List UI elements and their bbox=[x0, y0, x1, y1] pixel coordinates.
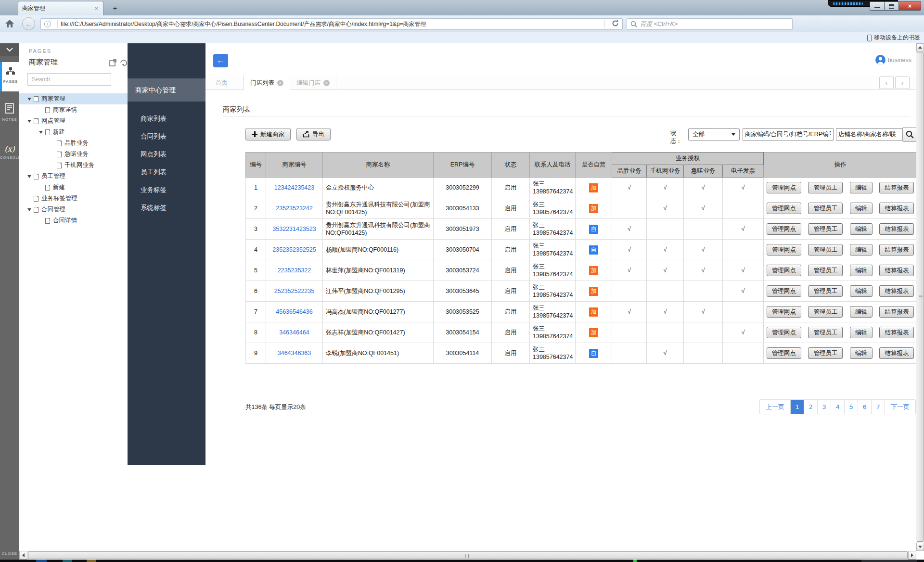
horizontal-scrollbar[interactable] bbox=[19, 551, 916, 560]
tab-close-icon[interactable]: × bbox=[93, 5, 99, 12]
rail-item-notes[interactable]: NOTES bbox=[0, 100, 19, 122]
rail-close-button[interactable]: CLOSE bbox=[0, 551, 19, 556]
tree-item[interactable]: 新建 bbox=[19, 127, 128, 138]
merchant-code-input[interactable] bbox=[743, 128, 834, 140]
page-button[interactable]: 3 bbox=[817, 400, 831, 414]
scroll-up-icon[interactable] bbox=[916, 43, 924, 51]
settlement-report-button[interactable]: 结算报表 bbox=[879, 182, 914, 193]
manage-branches-button[interactable]: 管理网点 bbox=[767, 223, 801, 235]
manage-branches-button[interactable]: 管理网点 bbox=[767, 327, 801, 338]
settlement-report-button[interactable]: 结算报表 bbox=[879, 244, 914, 255]
settlement-report-button[interactable]: 结算报表 bbox=[879, 306, 914, 318]
vertical-scroll-thumb[interactable] bbox=[917, 52, 924, 542]
cell-merchant-code[interactable]: 45636546436 bbox=[266, 302, 323, 322]
scroll-down-icon[interactable] bbox=[916, 543, 924, 551]
cell-merchant-code[interactable]: 2235235322 bbox=[266, 260, 323, 281]
cell-merchant-code[interactable]: 3532231423523 bbox=[266, 219, 323, 240]
new-tab-button[interactable]: + bbox=[109, 4, 121, 13]
manage-staff-button[interactable]: 管理员工 bbox=[808, 265, 843, 276]
manage-branches-button[interactable]: 管理网点 bbox=[767, 265, 801, 276]
content-tab[interactable]: 门店列表 × bbox=[244, 76, 290, 90]
edit-button[interactable]: 编辑 bbox=[850, 244, 873, 255]
shop-name-input[interactable] bbox=[836, 128, 910, 140]
bookmark-mobile[interactable]: 移动设备上的书签 bbox=[867, 34, 920, 42]
manage-staff-button[interactable]: 管理员工 bbox=[808, 306, 843, 318]
tab-close-icon[interactable]: × bbox=[277, 80, 283, 86]
tab-scroll-right-icon[interactable]: › bbox=[895, 77, 910, 89]
edit-button[interactable]: 编辑 bbox=[850, 306, 873, 318]
tree-item[interactable]: 品胜业务 bbox=[19, 138, 128, 149]
page-button[interactable]: 4 bbox=[831, 400, 844, 414]
page-follow-icon[interactable] bbox=[120, 59, 127, 68]
sidebar-menu-item[interactable]: 员工列表 bbox=[128, 163, 205, 181]
export-button[interactable]: 导出 bbox=[296, 128, 331, 140]
manage-staff-button[interactable]: 管理员工 bbox=[808, 347, 843, 359]
pages-search-input[interactable] bbox=[27, 73, 111, 86]
tree-item[interactable]: 商家详情 bbox=[19, 104, 128, 115]
settlement-report-button[interactable]: 结算报表 bbox=[879, 203, 914, 214]
page-button[interactable]: 2 bbox=[804, 400, 817, 414]
vertical-scrollbar[interactable] bbox=[916, 43, 924, 551]
manage-branches-button[interactable]: 管理网点 bbox=[767, 347, 801, 359]
settlement-report-button[interactable]: 结算报表 bbox=[879, 347, 914, 359]
cell-merchant-code[interactable]: 3464346363 bbox=[266, 343, 323, 364]
sidebar-menu-item[interactable]: 业务标签 bbox=[128, 181, 205, 199]
manage-staff-button[interactable]: 管理员工 bbox=[808, 327, 843, 338]
filter-search-button[interactable] bbox=[902, 127, 916, 142]
rail-item-console[interactable]: (x) CONSOLE bbox=[0, 144, 19, 160]
browser-tab[interactable]: 商家管理 × bbox=[18, 1, 103, 15]
cell-merchant-code[interactable]: 346346464 bbox=[266, 322, 323, 343]
page-button[interactable]: 5 bbox=[844, 400, 858, 414]
manage-staff-button[interactable]: 管理员工 bbox=[808, 244, 843, 255]
tab-scroll-left-icon[interactable]: ‹ bbox=[879, 77, 894, 89]
edit-button[interactable]: 编辑 bbox=[850, 285, 873, 297]
user-badge[interactable]: business bbox=[875, 55, 911, 65]
status-select[interactable]: 全部 bbox=[688, 128, 740, 140]
tree-expand-icon[interactable] bbox=[27, 120, 31, 123]
cell-merchant-code[interactable]: 123424235423 bbox=[266, 178, 323, 198]
cell-merchant-code[interactable]: 252352522235 bbox=[266, 281, 323, 302]
manage-staff-button[interactable]: 管理员工 bbox=[808, 285, 843, 297]
manage-branches-button[interactable]: 管理网点 bbox=[767, 203, 801, 214]
tree-item[interactable]: 合同管理 bbox=[19, 204, 128, 215]
tree-item[interactable]: 合同详情 bbox=[19, 215, 128, 226]
edit-button[interactable]: 编辑 bbox=[850, 223, 873, 235]
tree-item[interactable]: 员工管理 bbox=[19, 171, 128, 182]
cell-merchant-code[interactable]: 2352352352525 bbox=[266, 240, 323, 260]
page-info-icon[interactable] bbox=[44, 21, 51, 27]
new-merchant-button[interactable]: 新建商家 bbox=[245, 128, 291, 140]
manage-staff-button[interactable]: 管理员工 bbox=[808, 182, 843, 193]
page-button[interactable]: 下一页 bbox=[885, 400, 915, 414]
settlement-report-button[interactable]: 结算报表 bbox=[879, 265, 914, 276]
scroll-left-icon[interactable] bbox=[19, 551, 27, 560]
edit-button[interactable]: 编辑 bbox=[850, 327, 873, 338]
url-text[interactable]: file:///C:/Users/Administrator/Desktop/商… bbox=[61, 20, 602, 28]
edit-button[interactable]: 编辑 bbox=[850, 265, 873, 276]
app-back-button[interactable]: ← bbox=[213, 54, 228, 67]
open-external-icon[interactable] bbox=[109, 59, 116, 68]
manage-branches-button[interactable]: 管理网点 bbox=[767, 306, 801, 318]
url-bar[interactable]: file:///C:/Users/Administrator/Desktop/商… bbox=[40, 18, 623, 30]
page-button[interactable]: 7 bbox=[871, 400, 885, 414]
sidebar-menu-item[interactable]: 商家列表 bbox=[128, 110, 205, 128]
tree-item[interactable]: 千机网业务 bbox=[19, 160, 128, 171]
settlement-report-button[interactable]: 结算报表 bbox=[879, 327, 914, 338]
settlement-report-button[interactable]: 结算报表 bbox=[879, 285, 914, 297]
tree-item[interactable]: 商家管理 bbox=[19, 93, 128, 104]
minimize-button[interactable] bbox=[870, 1, 885, 11]
tree-expand-icon[interactable] bbox=[39, 131, 43, 134]
tree-item[interactable]: 急喏业务 bbox=[19, 149, 128, 160]
sidebar-menu-item[interactable]: 合同列表 bbox=[128, 128, 205, 145]
close-button[interactable]: × bbox=[899, 1, 921, 11]
tab-close-icon[interactable]: × bbox=[323, 80, 330, 86]
tree-expand-icon[interactable] bbox=[27, 175, 31, 178]
maximize-button[interactable] bbox=[885, 1, 899, 11]
content-tab[interactable]: 首页 × bbox=[209, 76, 244, 90]
page-button[interactable]: 1 bbox=[790, 400, 804, 414]
sidebar-menu-item[interactable]: 系统标签 bbox=[128, 199, 205, 217]
tree-expand-icon[interactable] bbox=[27, 98, 31, 101]
page-button[interactable]: 上一页 bbox=[760, 400, 790, 414]
home-icon[interactable] bbox=[5, 19, 14, 30]
page-button[interactable]: 6 bbox=[858, 400, 871, 414]
manage-staff-button[interactable]: 管理员工 bbox=[808, 223, 843, 235]
